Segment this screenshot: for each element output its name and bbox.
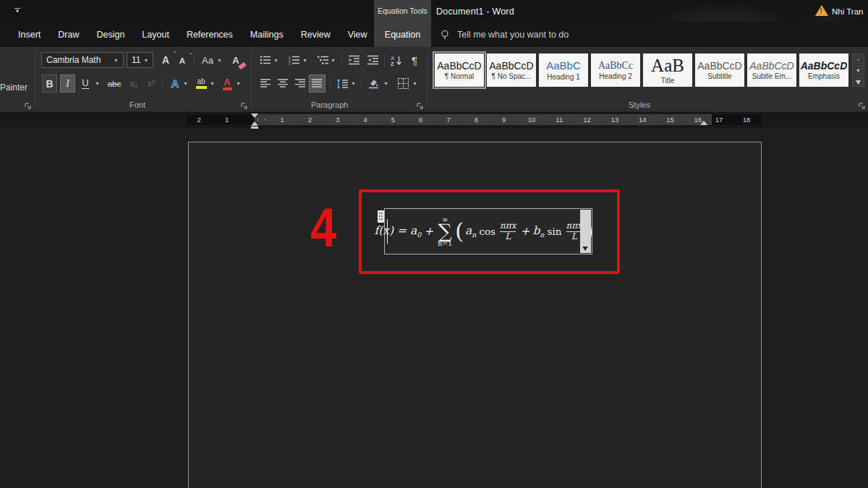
ruler-number: 1 [213,114,242,125]
style-preview: AaBbCcD [749,60,793,72]
underline-button[interactable]: U [78,74,93,93]
align-center-button[interactable] [275,74,291,93]
text-effects-button[interactable]: A [166,74,184,93]
style-subtitle[interactable]: AaBbCcD Subtitle [695,53,744,87]
strikethrough-button[interactable]: abc [104,74,124,93]
chevron-down-icon: ▼ [95,81,100,86]
styles-scroll-down-button[interactable]: ▼ [852,65,864,75]
tab-view[interactable]: View [348,30,367,40]
horizontal-ruler[interactable]: 2 1 1 2 3 4 5 6 7 8 9 10 11 12 13 14 15 … [0,113,868,129]
decrease-indent-button[interactable] [345,51,362,69]
style-subtle-emphasis[interactable]: AaBbCcD Subtle Em... [747,53,796,87]
style-preview: AaBbCcD [801,60,848,72]
italic-button[interactable]: I [60,74,75,93]
multilevel-list-button[interactable] [315,51,331,69]
tab-review[interactable]: Review [301,30,331,40]
tab-layout[interactable]: Layout [142,30,169,40]
style-heading-2[interactable]: AaBbCc Heading 2 [591,53,640,87]
ruler-number: 15 [656,114,684,125]
tab-mailings[interactable]: Mailings [250,30,284,40]
chevron-down-icon: ▼ [383,81,388,86]
style-no-spacing[interactable]: AaBbCcD ¶ No Spac... [487,53,536,87]
document-canvas[interactable]: 4 f(x) = a0 + ∞ ∑ n=1 ( an cos [0,129,868,488]
document-page[interactable]: 4 f(x) = a0 + ∞ ∑ n=1 ( an cos [188,142,762,488]
separator [384,53,385,67]
text-highlight-button[interactable]: ab [192,74,210,93]
style-normal[interactable]: AaBbCcD ¶ Normal [435,53,484,87]
subscript-button[interactable]: x₂ [125,74,142,93]
increase-indent-button[interactable] [364,51,381,69]
tab-design[interactable]: Design [96,30,124,40]
align-left-button[interactable] [258,74,273,93]
group-separator [251,51,252,108]
ruler-number: 13 [601,114,629,125]
contextual-tab-header-label: Equation Tools [378,7,427,15]
change-case-label: Aa [202,55,213,66]
paragraph-dialog-launcher[interactable] [416,102,424,110]
justify-button[interactable] [309,74,326,93]
style-emphasis[interactable]: AaBbCcD Emphasis [799,53,848,87]
superscript-button[interactable]: x² [142,74,160,93]
shrink-font-button[interactable]: Aˆ [175,53,190,69]
font-size-combobox[interactable]: 11 ▼ [127,52,153,68]
warning-icon[interactable] [815,5,828,16]
svg-text:3: 3 [289,62,291,66]
clear-formatting-label: A [232,55,239,66]
clipboard-dialog-launcher[interactable] [24,102,32,110]
tab-insert[interactable]: Insert [18,30,41,40]
grow-font-button[interactable]: Aˆ [158,51,174,69]
clear-formatting-button[interactable]: A [227,51,244,69]
right-indent-marker[interactable] [700,121,707,125]
tab-references[interactable]: References [187,30,233,40]
highlight-label: ab [197,78,205,85]
first-line-indent-marker[interactable] [251,114,258,118]
group-separator [427,51,427,108]
hanging-indent-marker[interactable] [251,121,258,126]
equation-options-dropdown[interactable] [580,210,591,253]
align-right-button[interactable] [292,74,308,93]
line-spacing-button[interactable] [333,74,351,93]
change-case-button[interactable]: Aa [198,51,217,69]
numbering-button[interactable]: 123 [286,51,302,69]
styles-dialog-launcher[interactable] [858,102,866,110]
font-group-label: Font [129,100,145,109]
shrink-font-label: A [179,56,185,65]
ruler-number: 3 [324,114,352,125]
chevron-down-icon: ▼ [351,81,356,86]
bold-label: B [46,78,53,90]
tell-me-label: Tell me what you want to do [457,30,569,40]
chevron-down-icon: ▼ [302,58,307,63]
sort-button[interactable]: AZ [388,51,405,69]
equation-container[interactable]: f(x) = a0 + ∞ ∑ n=1 ( an cos nπx L + [384,208,592,254]
ruler-right-margin-numbers: 17 18 [705,114,760,125]
styles-more-button[interactable]: ▬▼ [852,77,864,87]
style-title[interactable]: AaB Title [643,53,692,87]
tell-me-box[interactable]: Tell me what you want to do [440,22,569,47]
borders-button[interactable] [393,74,412,93]
font-name-value: Cambria Math [46,55,111,65]
equation-content[interactable]: f(x) = a0 + ∞ ∑ n=1 ( an cos nπx L + [389,209,579,254]
ribbon: Painter Cambria Math ▼ 11 ▼ Aˆ Aˆ Aa ▼ A [0,47,868,112]
font-size-value: 11 [132,55,140,65]
style-heading-1[interactable]: AaBbC Heading 1 [539,53,588,87]
styles-group-label: Styles [629,100,650,109]
show-paragraph-marks-button[interactable]: ¶ [407,51,422,69]
quick-access-toolbar-icon[interactable]: ▾ [13,7,22,15]
shading-button[interactable] [365,74,383,93]
font-dialog-launcher[interactable] [240,102,248,110]
format-painter-button[interactable]: Painter [0,82,32,93]
font-name-combobox[interactable]: Cambria Math ▼ [41,52,124,68]
tab-draw[interactable]: Draw [58,30,79,40]
open-paren: ( [455,221,464,242]
font-color-button[interactable]: A [218,74,236,93]
eq-lead: f(x) = a0 [374,224,421,239]
equation-grip-handle[interactable] [378,210,384,223]
styles-scroll-up-button[interactable]: ▲ [852,53,864,64]
user-account-name[interactable]: Nhi Tran [832,7,863,16]
bullets-button[interactable] [258,51,273,69]
ruler-number: 9 [490,114,518,125]
bold-button[interactable]: B [42,74,57,93]
ribbon-tabs: Insert Draw Design Layout References Mai… [18,22,403,47]
tab-equation[interactable]: Equation [374,22,431,47]
style-label: Heading 1 [547,73,580,81]
